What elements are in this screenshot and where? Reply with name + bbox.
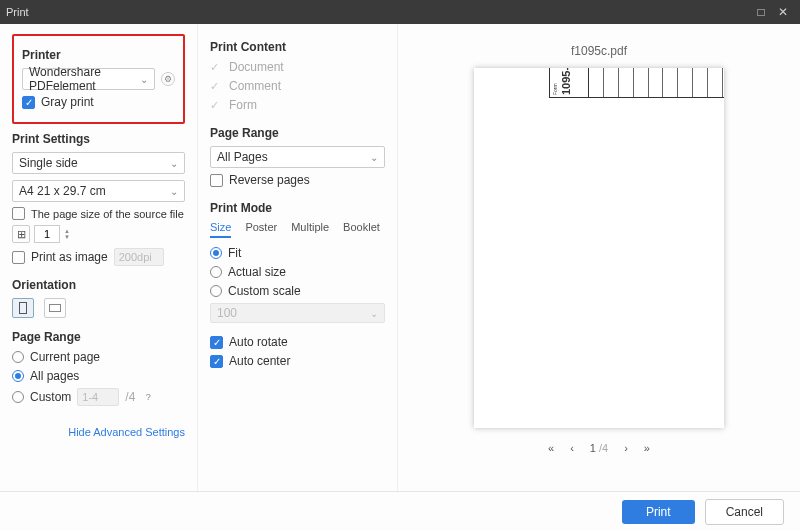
window-maximize-icon[interactable]: □	[750, 5, 772, 19]
size-custom-scale-label: Custom scale	[228, 284, 301, 298]
pager-last-button[interactable]: »	[644, 442, 650, 454]
size-custom-scale-radio[interactable]	[210, 285, 222, 297]
page-size-source-label: The page size of the source file	[31, 208, 184, 220]
size-fit-label: Fit	[228, 246, 241, 260]
check-icon: ✓	[210, 61, 219, 74]
printer-highlight-box: Printer Wondershare PDFelement ⌄ ⚙ ✓ Gra…	[12, 34, 185, 124]
collate-button[interactable]: ⊞	[12, 225, 30, 243]
printer-select-value: Wondershare PDFelement	[29, 65, 148, 93]
reverse-pages-label: Reverse pages	[229, 173, 310, 187]
size-actual-label: Actual size	[228, 265, 286, 279]
duplex-select[interactable]: Single side ⌄	[12, 152, 185, 174]
gray-print-checkbox[interactable]: ✓	[22, 96, 35, 109]
page-range-all-label: All pages	[30, 369, 79, 383]
form-grid	[589, 68, 724, 98]
portrait-icon	[19, 302, 27, 314]
cancel-button[interactable]: Cancel	[705, 499, 784, 525]
middle-column: Print Content ✓Document ✓Comment ✓Form P…	[198, 24, 398, 491]
page-range-current-radio[interactable]	[12, 351, 24, 363]
tab-booklet[interactable]: Booklet	[343, 221, 380, 238]
content-item-comment: Comment	[229, 79, 281, 93]
pager-next-button[interactable]: ›	[624, 442, 628, 454]
window-close-icon[interactable]: ✕	[772, 5, 794, 19]
preview-form: Form1095-C Employer-Provided Health Insu…	[549, 68, 724, 98]
preview-column: f1095c.pdf Form1095-C Employer-Provided …	[398, 24, 800, 491]
dialog-footer: Print Cancel	[0, 491, 800, 531]
page-range-custom-input: 1-4	[77, 388, 119, 406]
auto-rotate-checkbox[interactable]: ✓	[210, 336, 223, 349]
page-range-all-radio[interactable]	[12, 370, 24, 382]
form-code: 1095-C	[560, 68, 572, 95]
preview-pager: « ‹ 1 /4 › »	[548, 442, 650, 454]
custom-scale-value: 100	[217, 306, 237, 320]
orientation-landscape-button[interactable]	[44, 298, 66, 318]
printer-select[interactable]: Wondershare PDFelement ⌄	[22, 68, 155, 90]
titlebar: Print □ ✕	[0, 0, 800, 24]
page-range-custom-label: Custom	[30, 390, 71, 404]
page-range-mid-select[interactable]: All Pages ⌄	[210, 146, 385, 168]
preview-wrap: f1095c.pdf Form1095-C Employer-Provided …	[410, 34, 788, 481]
window-title: Print	[6, 6, 750, 18]
gray-print-label: Gray print	[41, 95, 94, 109]
copies-spin-arrows[interactable]: ▲▼	[64, 228, 70, 240]
auto-rotate-label: Auto rotate	[229, 335, 288, 349]
custom-scale-input: 100 ⌄	[210, 303, 385, 323]
pager-page-number: 1 /4	[590, 442, 608, 454]
preview-page: Form1095-C Employer-Provided Health Insu…	[474, 68, 724, 428]
print-as-image-label: Print as image	[31, 250, 108, 264]
content-item-document: Document	[229, 60, 284, 74]
printer-section-title: Printer	[22, 48, 175, 62]
tab-size[interactable]: Size	[210, 221, 231, 238]
orientation-portrait-button[interactable]	[12, 298, 34, 318]
copies-input[interactable]	[34, 225, 60, 243]
chevron-down-icon: ⌄	[370, 152, 378, 163]
tab-poster[interactable]: Poster	[245, 221, 277, 238]
auto-center-checkbox[interactable]: ✓	[210, 355, 223, 368]
page-size-source-checkbox[interactable]	[12, 207, 25, 220]
tab-multiple[interactable]: Multiple	[291, 221, 329, 238]
landscape-icon	[49, 304, 61, 312]
pager-total: /4	[599, 442, 608, 454]
pager-prev-button[interactable]: ‹	[570, 442, 574, 454]
check-icon: ✓	[210, 99, 219, 112]
print-content-title: Print Content	[210, 40, 385, 54]
pager-current: 1	[590, 442, 596, 454]
chevron-down-icon: ⌄	[140, 74, 148, 85]
print-settings-title: Print Settings	[12, 132, 185, 146]
content-item-form: Form	[229, 98, 257, 112]
page-range-title: Page Range	[12, 330, 185, 344]
reverse-pages-checkbox[interactable]	[210, 174, 223, 187]
page-range-current-label: Current page	[30, 350, 100, 364]
page-range-total: /4	[125, 390, 135, 404]
check-icon: ✓	[210, 80, 219, 93]
dpi-input: 200dpi	[114, 248, 164, 266]
print-mode-tabs: Size Poster Multiple Booklet	[210, 221, 385, 238]
left-column: Printer Wondershare PDFelement ⌄ ⚙ ✓ Gra…	[0, 24, 198, 491]
print-button[interactable]: Print	[622, 500, 695, 524]
print-as-image-checkbox[interactable]	[12, 251, 25, 264]
dialog-content: Printer Wondershare PDFelement ⌄ ⚙ ✓ Gra…	[0, 24, 800, 491]
paper-select[interactable]: A4 21 x 29.7 cm ⌄	[12, 180, 185, 202]
preview-filename: f1095c.pdf	[571, 44, 627, 58]
pager-first-button[interactable]: «	[548, 442, 554, 454]
page-range-custom-radio[interactable]	[12, 391, 24, 403]
chevron-down-icon: ⌄	[170, 186, 178, 197]
size-actual-radio[interactable]	[210, 266, 222, 278]
chevron-down-icon: ⌄	[370, 308, 378, 319]
copies-spinner: ⊞ ▲▼	[12, 225, 185, 243]
paper-value: A4 21 x 29.7 cm	[19, 184, 106, 198]
page-range-mid-title: Page Range	[210, 126, 385, 140]
advanced-settings-link[interactable]: Hide Advanced Settings	[12, 426, 185, 438]
chevron-down-icon: ⌄	[170, 158, 178, 169]
size-fit-radio[interactable]	[210, 247, 222, 259]
orientation-title: Orientation	[12, 278, 185, 292]
page-range-info-icon[interactable]: ?	[141, 390, 155, 404]
page-range-mid-value: All Pages	[217, 150, 268, 164]
printer-settings-button[interactable]: ⚙	[161, 72, 175, 86]
auto-center-label: Auto center	[229, 354, 290, 368]
print-mode-title: Print Mode	[210, 201, 385, 215]
duplex-value: Single side	[19, 156, 78, 170]
